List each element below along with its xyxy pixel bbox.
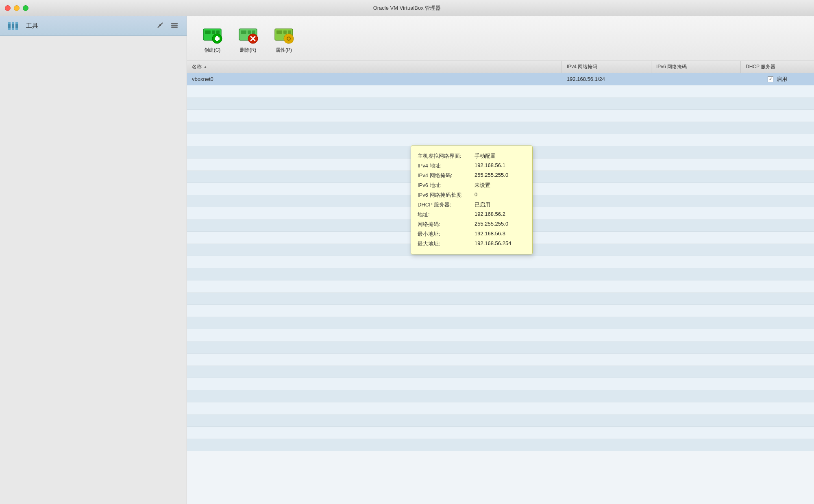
tooltip-value: 192.168.56.2 (474, 211, 505, 218)
table-row-empty-23 (187, 354, 814, 366)
table-row-empty-22 (187, 341, 814, 354)
table-row[interactable]: vboxnet0 192.168.56.1/24 ✓ 启用 (187, 73, 814, 85)
svg-rect-12 (171, 23, 178, 24)
svg-rect-21 (215, 37, 220, 40)
tooltip-label: IPv4 网络掩码: (418, 172, 474, 179)
table-row-empty-20 (187, 317, 814, 329)
delete-button[interactable]: 删除(R) (231, 20, 265, 57)
sort-arrow-icon: ▲ (203, 65, 207, 69)
table-row-empty-5 (187, 134, 814, 146)
close-button[interactable] (5, 5, 11, 11)
tooltip-value: 255.255.255.0 (474, 221, 508, 228)
table-row-empty-28 (187, 415, 814, 427)
svg-rect-25 (252, 30, 255, 34)
tooltip-value: 192.168.56.3 (474, 230, 505, 238)
svg-rect-23 (241, 30, 246, 34)
svg-point-35 (287, 37, 290, 40)
table-header: 名称 ▲ IPv4 网络掩码 IPv6 网络掩码 DHCP 服务器 (187, 61, 814, 73)
tooltip-row: IPv4 网络掩码:255.255.255.0 (418, 172, 526, 179)
header-ipv6[interactable]: IPv6 网络掩码 (651, 61, 741, 73)
tooltip-row: DHCP 服务器:已启用 (418, 201, 526, 209)
main-layout: 工具 (0, 16, 814, 504)
svg-rect-30 (276, 30, 282, 34)
tooltip-label: IPv6 地址: (418, 182, 474, 189)
sidebar: 工具 (0, 16, 187, 504)
header-name[interactable]: 名称 ▲ (187, 61, 562, 73)
content-area: 创建(C) 删除(R) (187, 16, 814, 504)
sidebar-actions (155, 20, 180, 32)
svg-rect-38 (284, 38, 286, 39)
maximize-button[interactable] (23, 5, 28, 11)
svg-rect-4 (12, 22, 14, 24)
tooltip-popup: 主机虚拟网络界面:手动配置IPv4 地址:192.168.56.1IPv4 网络… (411, 146, 533, 254)
tooltip-value: 192.168.56.1 (474, 162, 505, 169)
table-row-empty-27 (187, 402, 814, 415)
sidebar-title: 工具 (26, 22, 38, 30)
table-row-empty-21 (187, 329, 814, 341)
menu-button[interactable] (169, 20, 180, 32)
tooltip-label: 最大地址: (418, 240, 474, 248)
table-row-empty-15 (187, 256, 814, 268)
table-row-empty-30 (187, 439, 814, 451)
delete-label: 删除(R) (240, 47, 257, 54)
create-label: 创建(C) (204, 47, 221, 54)
table-row-empty-18 (187, 293, 814, 305)
delete-icon (237, 23, 259, 44)
svg-rect-18 (216, 30, 220, 34)
tooltip-label: IPv4 地址: (418, 162, 474, 169)
tooltip-row: 最小地址:192.168.56.3 (418, 230, 526, 238)
svg-rect-5 (12, 28, 14, 30)
toolbar: 创建(C) 删除(R) (187, 16, 814, 61)
window-title: Oracle VM VirtualBox 管理器 (373, 4, 441, 12)
svg-rect-24 (248, 30, 251, 34)
cell-ipv6 (651, 73, 741, 85)
tooltip-value: 255.255.255.0 (474, 172, 508, 179)
cell-ipv4: 192.168.56.1/24 (562, 73, 651, 85)
tooltip-label: 网络掩码: (418, 221, 474, 228)
tooltip-label: IPv6 网络掩码长度: (418, 191, 474, 199)
create-button[interactable]: 创建(C) (195, 20, 229, 57)
table-row-empty-24 (187, 366, 814, 378)
tooltip-value: 未设置 (474, 182, 490, 189)
table-row-empty-17 (187, 280, 814, 293)
tooltip-row: IPv6 地址:未设置 (418, 182, 526, 189)
tooltip-row: 地址:192.168.56.2 (418, 211, 526, 218)
svg-rect-1 (8, 22, 11, 24)
svg-rect-32 (288, 30, 291, 34)
table-row-empty-4 (187, 122, 814, 134)
svg-rect-13 (171, 24, 178, 26)
svg-rect-31 (283, 30, 287, 34)
properties-button[interactable]: 属性(P) (267, 20, 301, 57)
header-ipv4[interactable]: IPv4 网络掩码 (562, 61, 651, 73)
tools-icon (7, 19, 21, 33)
table-row-empty-3 (187, 110, 814, 122)
svg-rect-7 (15, 22, 18, 24)
table-row-empty-16 (187, 268, 814, 280)
tooltip-label: 主机虚拟网络界面: (418, 152, 474, 160)
svg-rect-37 (288, 41, 289, 43)
tooltip-value: 192.168.56.254 (474, 240, 511, 248)
dhcp-checkbox: ✓ (768, 76, 773, 82)
table-container: 名称 ▲ IPv4 网络掩码 IPv6 网络掩码 DHCP 服务器 (187, 61, 814, 504)
minimize-button[interactable] (14, 5, 20, 11)
svg-rect-8 (15, 28, 18, 30)
properties-label: 属性(P) (276, 47, 292, 54)
tooltip-row: 最大地址:192.168.56.254 (418, 240, 526, 248)
svg-rect-17 (212, 30, 215, 34)
svg-rect-36 (288, 34, 289, 36)
tooltip-label: 最小地址: (418, 230, 474, 238)
header-dhcp[interactable]: DHCP 服务器 (741, 61, 814, 73)
cell-dhcp: ✓ 启用 (741, 73, 814, 85)
table-row-empty-1 (187, 85, 814, 98)
create-icon (202, 23, 223, 44)
table-rows-wrapper: vboxnet0 192.168.56.1/24 ✓ 启用 (187, 73, 814, 451)
traffic-lights (5, 5, 28, 11)
svg-rect-16 (205, 30, 211, 34)
svg-rect-39 (292, 38, 293, 39)
tooltip-label: 地址: (418, 211, 474, 218)
tooltip-row: IPv4 地址:192.168.56.1 (418, 162, 526, 169)
tooltip-value: 手动配置 (474, 152, 496, 160)
svg-rect-2 (8, 28, 11, 30)
pin-button[interactable] (155, 20, 165, 32)
svg-point-11 (159, 24, 161, 26)
